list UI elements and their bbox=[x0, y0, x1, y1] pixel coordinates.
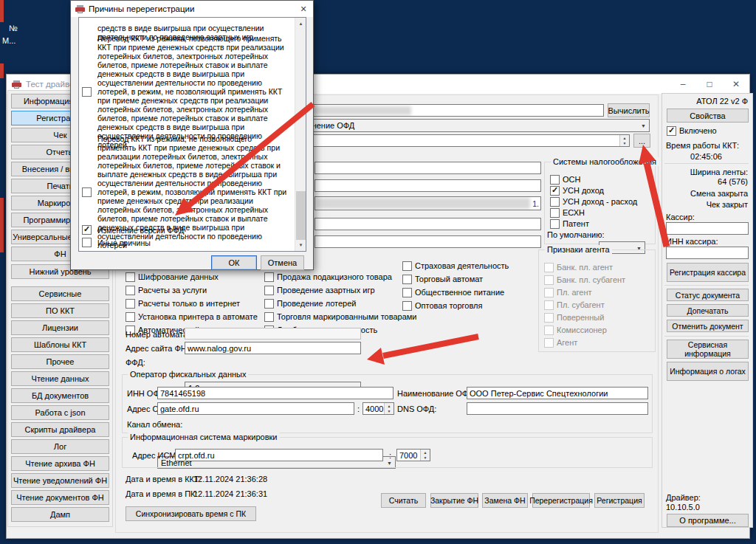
reason-item[interactable]: Перевод ККТ из режима, позволяющего прим… bbox=[82, 43, 288, 140]
registration-button[interactable]: Регистрация bbox=[594, 493, 645, 508]
scroll-up-icon[interactable]: ▲ bbox=[295, 18, 306, 30]
compute-button[interactable]: Вычислить bbox=[608, 103, 650, 117]
sidebar-item-read-data[interactable]: Чтение данных bbox=[11, 371, 109, 386]
tax-option[interactable]: УСН доход bbox=[550, 185, 604, 196]
option-internet-only[interactable]: Расчеты только в интернет bbox=[126, 298, 240, 309]
sidebar-item-licenses[interactable]: Лицензии bbox=[11, 320, 109, 335]
scroll-down-icon[interactable]: ▼ bbox=[295, 239, 306, 251]
sidebar-item-templates[interactable]: Шаблоны ККТ bbox=[11, 337, 109, 352]
checkbox[interactable] bbox=[82, 87, 92, 97]
place-input[interactable] bbox=[315, 218, 541, 230]
checkbox[interactable] bbox=[264, 272, 274, 282]
reprint-button[interactable]: Допечатать bbox=[667, 304, 749, 317]
checkbox[interactable] bbox=[264, 286, 274, 295]
option-printer-in-automat[interactable]: Установка принтера в автомате bbox=[126, 311, 258, 322]
spin-down-icon[interactable]: ▼ bbox=[620, 141, 629, 147]
cancel-document-button[interactable]: Отменить документ bbox=[667, 320, 749, 332]
checkbox[interactable] bbox=[402, 261, 412, 271]
dialog-close-icon[interactable]: ✕ bbox=[297, 2, 310, 16]
sidebar-item-other[interactable]: Прочее bbox=[11, 354, 109, 369]
register-cashier-button[interactable]: Регистрация кассира bbox=[667, 263, 749, 282]
option-lottery[interactable]: Проведение лотерей bbox=[264, 298, 357, 309]
checkbox[interactable] bbox=[550, 219, 560, 229]
sync-time-button[interactable]: Синхронизировать время с ПК bbox=[126, 506, 256, 521]
option-encryption[interactable]: Шифрование данных bbox=[126, 272, 219, 282]
scrollbar[interactable]: ▲ ▼ bbox=[295, 18, 306, 251]
option-services[interactable]: Расчеты за услуги bbox=[126, 285, 207, 295]
option-excise[interactable]: Продажа подакцизного товара bbox=[264, 272, 392, 282]
option-gambling[interactable]: Проведение азартных игр bbox=[264, 285, 375, 295]
sidebar-item-json[interactable]: Работа с json bbox=[11, 405, 109, 420]
cashier-inn-input[interactable] bbox=[666, 247, 749, 259]
sidebar-item-fn-documents[interactable]: Чтение документов ФН bbox=[11, 490, 109, 505]
minimize-button[interactable]: – bbox=[670, 75, 696, 93]
spin-down-icon[interactable]: ▼ bbox=[421, 455, 430, 461]
checkbox-checked[interactable] bbox=[82, 225, 92, 235]
tax-option[interactable]: ОСН bbox=[550, 174, 580, 185]
option-marked-goods[interactable]: Торговля маркированными товарами bbox=[264, 311, 416, 322]
tax-option[interactable]: Патент bbox=[550, 218, 589, 229]
ism-port-spinner[interactable]: 7000▲▼ bbox=[396, 449, 430, 461]
ofd-address-input[interactable]: gate.ofd.ru bbox=[157, 402, 354, 415]
checkbox[interactable] bbox=[550, 208, 560, 218]
reregistration-button[interactable]: Перерегистрация bbox=[532, 493, 590, 508]
option-vending[interactable]: Торговый автомат bbox=[402, 274, 483, 284]
sidebar-item-scripts[interactable]: Скрипты драйвера bbox=[11, 422, 109, 437]
sidebar-item-fn-archive[interactable]: Чтение архива ФН bbox=[11, 456, 109, 471]
sidebar-item-service[interactable]: Сервисные bbox=[11, 286, 109, 301]
scrollbar-thumb[interactable] bbox=[296, 191, 306, 240]
checkbox[interactable] bbox=[264, 312, 274, 322]
spin-up-icon[interactable]: ▲ bbox=[421, 450, 430, 455]
checkbox[interactable] bbox=[82, 187, 92, 197]
read-button[interactable]: Считать bbox=[381, 493, 426, 508]
ofd-inn-input[interactable]: 7841465198 bbox=[157, 387, 394, 399]
checkbox[interactable] bbox=[402, 275, 412, 284]
tax-option[interactable]: ЕСХН bbox=[550, 207, 585, 218]
email-input[interactable] bbox=[315, 235, 541, 248]
org-inn-input[interactable]: 1. bbox=[315, 196, 541, 210]
org-name-input[interactable] bbox=[315, 162, 541, 174]
checkbox-checked[interactable] bbox=[550, 186, 560, 196]
option-catering[interactable]: Общественное питание bbox=[402, 287, 504, 297]
more-reasons-button[interactable]: ... bbox=[633, 134, 650, 148]
maximize-button[interactable]: □ bbox=[696, 75, 723, 93]
log-info-button[interactable]: Информация о логах bbox=[667, 362, 749, 381]
replace-fn-button[interactable]: Замена ФН bbox=[482, 493, 528, 508]
enabled-checkbox-row[interactable]: Включено bbox=[667, 125, 717, 136]
checkbox[interactable] bbox=[402, 288, 412, 297]
option-insurance[interactable]: Страховая деятельность bbox=[402, 261, 509, 271]
checkbox[interactable] bbox=[402, 301, 412, 311]
cashier-input[interactable] bbox=[666, 222, 749, 235]
ofd-name-input[interactable]: ООО Петер-Сервис Спецтехнологии bbox=[467, 387, 648, 399]
spin-down-icon[interactable]: ▼ bbox=[385, 409, 394, 415]
checkbox-checked[interactable] bbox=[667, 126, 676, 136]
reason-item-other[interactable]: Иные причины bbox=[82, 237, 288, 248]
spin-up-icon[interactable]: ▲ bbox=[620, 135, 629, 141]
reason-item-ffd-version[interactable]: Изменение версии ФФД bbox=[82, 224, 288, 235]
fns-site-input[interactable]: www.nalog.gov.ru bbox=[185, 342, 361, 354]
close-button[interactable]: ✕ bbox=[723, 75, 749, 93]
service-info-button[interactable]: Сервисная информация bbox=[667, 340, 749, 359]
sidebar-item-log[interactable]: Лог bbox=[11, 439, 109, 454]
spin-up-icon[interactable]: ▲ bbox=[385, 403, 394, 409]
org-address-input[interactable] bbox=[315, 179, 541, 192]
document-status-button[interactable]: Статус документа bbox=[667, 289, 749, 301]
option-wholesale[interactable]: Оптовая торговля bbox=[402, 300, 482, 311]
ism-address-input[interactable]: crpt.ofd.ru bbox=[175, 449, 383, 461]
checkbox[interactable] bbox=[126, 272, 135, 282]
ofd-port-spinner[interactable]: 4000▲▼ bbox=[362, 402, 394, 415]
reasons-listbox[interactable]: средств в виде выигрыша при осуществлени… bbox=[78, 17, 306, 252]
sidebar-item-doc-db[interactable]: БД документов bbox=[11, 388, 109, 403]
ok-button[interactable]: ОК bbox=[211, 255, 257, 270]
cancel-button[interactable]: Отмена bbox=[261, 255, 304, 270]
sidebar-item-fn-notifications[interactable]: Чтение уведомлений ФН bbox=[11, 473, 109, 488]
about-button[interactable]: О программе... bbox=[667, 514, 749, 527]
sidebar-item-kkt-software[interactable]: ПО ККТ bbox=[11, 303, 109, 318]
checkbox[interactable] bbox=[126, 286, 135, 295]
checkbox[interactable] bbox=[126, 299, 135, 309]
checkbox[interactable] bbox=[82, 238, 92, 247]
checkbox[interactable] bbox=[126, 312, 135, 322]
ofd-dns-input[interactable] bbox=[467, 402, 648, 415]
checkbox[interactable] bbox=[550, 175, 560, 185]
sidebar-item-dump[interactable]: Дамп bbox=[11, 507, 109, 522]
